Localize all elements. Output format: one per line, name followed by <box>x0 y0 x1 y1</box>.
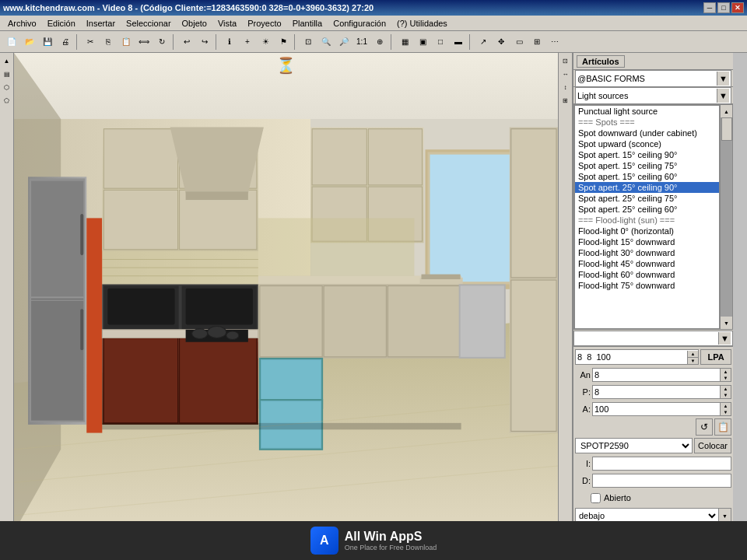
d-input[interactable] <box>592 474 731 488</box>
side-tool-3[interactable]: ⬡ <box>1 81 13 93</box>
add-button[interactable]: + <box>239 33 256 51</box>
side-right-2[interactable]: ↔ <box>559 68 572 80</box>
print-button[interactable]: 🖨 <box>57 33 74 51</box>
side-tool-2[interactable]: ▤ <box>1 68 13 80</box>
light-list-item[interactable]: Spot apert. 25° ceiling 60° <box>575 204 719 215</box>
lpa-spin-down[interactable]: ▼ <box>688 358 698 364</box>
obj-tool[interactable]: ⊞ <box>528 33 545 51</box>
p-spin[interactable]: ▲ ▼ <box>721 385 731 399</box>
side-right-1[interactable]: ⊡ <box>559 54 572 67</box>
p-spin-up[interactable]: ▲ <box>721 386 731 392</box>
an-spin-up[interactable]: ▲ <box>721 369 731 375</box>
a-spin-down[interactable]: ▼ <box>721 409 731 415</box>
close-button[interactable]: ✕ <box>731 2 744 13</box>
maximize-button[interactable]: □ <box>717 2 730 13</box>
second-dropdown-arrow[interactable]: ▼ <box>718 332 731 345</box>
zoom-custom-button[interactable]: ⊕ <box>371 33 388 51</box>
colocar-button[interactable]: Colocar <box>694 438 731 453</box>
light-list-item[interactable]: Flood-light 0° (horizontal) <box>575 226 719 236</box>
light-list-item[interactable]: Spot upward (sconce) <box>575 138 719 149</box>
a-input[interactable] <box>592 402 721 416</box>
info-button[interactable]: ℹ <box>221 33 238 51</box>
basic-forms-arrow[interactable]: ▼ <box>717 72 729 86</box>
menu-objeto[interactable]: Objeto <box>177 18 212 29</box>
an-spin-down[interactable]: ▼ <box>721 375 731 381</box>
icon-btn-2[interactable]: 📋 <box>714 418 731 436</box>
redo-button[interactable]: ↪ <box>196 33 213 51</box>
zoom-fit-button[interactable]: ⊡ <box>300 33 317 51</box>
light-list-item[interactable]: Spot downward (under cabinet) <box>575 128 719 138</box>
menu-plantilla[interactable]: Plantilla <box>288 18 328 29</box>
light-list-item[interactable]: Flood-light 45° downward <box>575 258 719 269</box>
zoom-out-button[interactable]: 🔎 <box>335 33 352 51</box>
cut-button[interactable]: ✂ <box>82 33 99 51</box>
dropdown-select[interactable]: SPOTP2590 <box>575 438 693 453</box>
flag-button[interactable]: ⚑ <box>275 33 292 51</box>
menu-archivo[interactable]: Archivo <box>3 18 41 29</box>
zoom-in-button[interactable]: 🔍 <box>317 33 335 51</box>
list-scroll-down[interactable]: ▼ <box>721 317 733 329</box>
undo-button[interactable]: ↩ <box>178 33 195 51</box>
select-tool[interactable]: ▭ <box>510 33 528 51</box>
an-spin[interactable]: ▲ ▼ <box>721 368 731 382</box>
menu-utilidades[interactable]: (?) Utilidades <box>392 18 452 29</box>
lpa-button[interactable]: LPA <box>700 349 731 365</box>
menu-insertar[interactable]: Insertar <box>82 18 120 29</box>
light-sources-arrow[interactable]: ▼ <box>717 89 729 103</box>
a-spin-up[interactable]: ▲ <box>721 403 731 409</box>
side-right-4[interactable]: ⊞ <box>559 94 572 107</box>
light-list-item[interactable]: Flood-light 30° downward <box>575 247 719 258</box>
mirror-button[interactable]: ⟺ <box>135 33 153 51</box>
menu-proyecto[interactable]: Proyecto <box>243 18 286 29</box>
light-list-item[interactable]: Flood-light 15° downward <box>575 236 719 247</box>
an-input[interactable] <box>592 368 721 382</box>
viewport-3d[interactable]: ⏳ <box>14 53 558 532</box>
p-input[interactable] <box>592 385 721 399</box>
copy-button[interactable]: ⎘ <box>100 33 117 51</box>
second-dropdown[interactable]: ▼ <box>573 331 733 346</box>
light-list-item[interactable]: Spot apert. 15° ceiling 75° <box>575 160 719 171</box>
basic-forms-dropdown[interactable]: @BASIC FORMS ▼ <box>575 70 731 87</box>
minimize-button[interactable]: ─ <box>703 2 716 13</box>
light-list-item[interactable]: Punctual light source <box>575 106 719 117</box>
side-tool-4[interactable]: ⬠ <box>1 94 13 107</box>
lpa-input[interactable]: ▲ ▼ <box>575 349 699 365</box>
light-list-item[interactable]: Spot apert. 25° ceiling 90° <box>575 182 719 193</box>
menu-seleccionar[interactable]: Seleccionar <box>121 18 175 29</box>
lpa-value-input[interactable] <box>576 352 687 362</box>
list-scroll-up[interactable]: ▲ <box>721 105 733 117</box>
more-tool[interactable]: ⋯ <box>546 33 563 51</box>
lpa-spin-up[interactable]: ▲ <box>688 351 698 358</box>
abierto-checkbox[interactable] <box>591 493 601 503</box>
side-tool-1[interactable]: ▲ <box>1 54 13 67</box>
light-list-item[interactable]: === Spots === <box>575 117 719 128</box>
menu-configuracion[interactable]: Configuración <box>328 18 391 29</box>
p-spin-down[interactable]: ▼ <box>721 392 731 398</box>
light-list-item[interactable]: Spot apert. 15° ceiling 60° <box>575 171 719 182</box>
light-sources-dropdown[interactable]: Light sources ▼ <box>575 87 731 104</box>
light-list-item[interactable]: Spot apert. 25° ceiling 75° <box>575 193 719 204</box>
layer-button[interactable]: ▦ <box>396 33 413 51</box>
light-list-item[interactable]: Flood-light 75° downward <box>575 280 719 291</box>
arrow-tool[interactable]: ↗ <box>475 33 492 51</box>
view-btn-3[interactable]: □ <box>432 33 449 51</box>
i-input[interactable] <box>592 457 731 471</box>
view-btn-4[interactable]: ▬ <box>450 33 467 51</box>
move-tool[interactable]: ✥ <box>493 33 510 51</box>
side-right-3[interactable]: ↕ <box>559 81 572 93</box>
menu-vista[interactable]: Vista <box>213 18 241 29</box>
light-list-item[interactable]: === Flood-light (sun) === <box>575 215 719 226</box>
list-scroll-thumb[interactable] <box>721 117 732 141</box>
icon-btn-1[interactable]: ↺ <box>696 418 713 436</box>
view-btn-2[interactable]: ▣ <box>414 33 431 51</box>
open-button[interactable]: 📂 <box>21 33 38 51</box>
zoom-100-button[interactable]: 1:1 <box>353 33 370 51</box>
paste-button[interactable]: 📋 <box>117 33 135 51</box>
save-button[interactable]: 💾 <box>39 33 56 51</box>
menu-edicion[interactable]: Edición <box>43 18 80 29</box>
sun-button[interactable]: ☀ <box>257 33 274 51</box>
lpa-spin[interactable]: ▲ ▼ <box>687 351 698 364</box>
rotate-button[interactable]: ↻ <box>153 33 170 51</box>
light-list-item[interactable]: Flood-light 60° downward <box>575 269 719 280</box>
a-spin[interactable]: ▲ ▼ <box>721 402 731 416</box>
